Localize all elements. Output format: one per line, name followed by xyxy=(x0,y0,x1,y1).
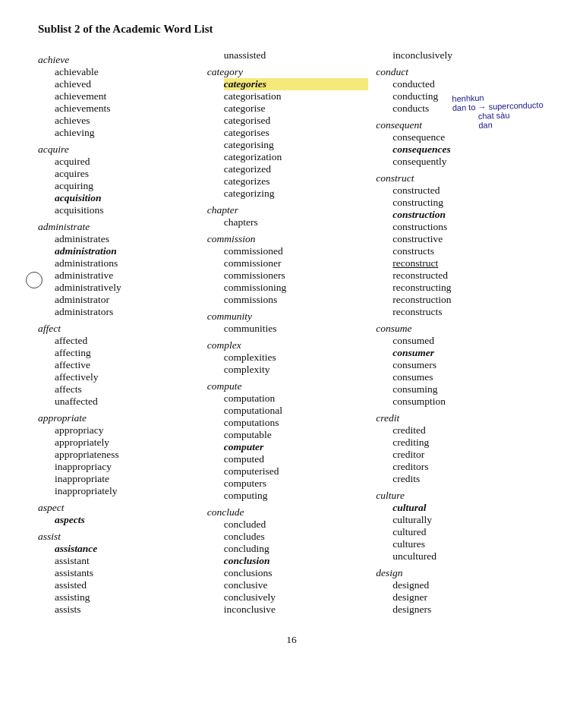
sub-word: conducts xyxy=(392,102,537,115)
sub-word: acquisition xyxy=(55,192,200,204)
root-word: conduct xyxy=(376,66,537,78)
sub-word: appropriateness xyxy=(55,449,200,461)
sub-word: communities xyxy=(224,323,369,335)
word-list-columns: achieveachievableachievedachievementachi… xyxy=(38,49,545,619)
sub-word: conclusive xyxy=(224,579,369,591)
root-word: affect xyxy=(38,323,200,335)
sub-word: cultures xyxy=(392,538,537,550)
sub-word: consequence xyxy=(392,131,537,143)
sub-word: categorizes xyxy=(224,175,369,188)
sub-word: crediting xyxy=(392,436,537,449)
sub-word: consumption xyxy=(392,396,537,408)
sub-word: aspects xyxy=(55,514,200,526)
root-word: acquire xyxy=(38,143,200,156)
sub-word: uncultured xyxy=(392,550,537,563)
sub-word: creditor xyxy=(392,449,537,461)
sub-word: consequently xyxy=(392,156,537,168)
word-group: inconclusively xyxy=(376,49,537,61)
root-word: construct xyxy=(376,172,537,184)
sub-word: concludes xyxy=(224,531,369,543)
sub-word: categorise xyxy=(224,102,369,115)
sub-word: conclusively xyxy=(224,591,369,604)
sub-word: assists xyxy=(55,604,200,616)
word-group: unassisted xyxy=(207,49,369,61)
word-group: appropriateappropriacyappropriatelyappro… xyxy=(38,412,200,497)
word-group: acquireacquiredacquiresacquiringacquisit… xyxy=(38,143,200,216)
sub-word: assisting xyxy=(55,591,200,604)
sub-word: categorizing xyxy=(224,188,369,200)
sub-word: affects xyxy=(55,383,200,396)
word-group: administrateadministratesadministrationa… xyxy=(38,221,200,318)
sub-word: constructs xyxy=(392,245,537,257)
sub-word: constructions xyxy=(392,221,537,233)
sub-word: appropriately xyxy=(55,436,200,449)
sub-word: reconstructing xyxy=(392,282,537,294)
sub-word: computerised xyxy=(224,465,369,477)
sub-word: chapters xyxy=(224,216,369,228)
sub-word: computations xyxy=(224,417,369,429)
word-group: chapterchapters xyxy=(207,204,369,228)
word-group: consequentconsequenceconsequencesconsequ… xyxy=(376,119,537,168)
page-title: Sublist 2 of the Academic Word List xyxy=(38,23,545,36)
root-word: consume xyxy=(376,323,537,335)
sub-word: acquiring xyxy=(55,180,200,192)
sub-word: designer xyxy=(392,591,537,604)
sub-word: designers xyxy=(392,604,537,616)
root-word: consequent xyxy=(376,119,537,131)
sub-word: assistant xyxy=(55,555,200,567)
sub-word: assisted xyxy=(55,579,200,591)
root-word: compute xyxy=(207,380,369,392)
word-group: complexcomplexitiescomplexity xyxy=(207,339,369,376)
sub-word: conclusion xyxy=(224,555,369,567)
sub-word: designed xyxy=(392,579,537,591)
sub-word: categorized xyxy=(224,163,369,175)
root-word: assist xyxy=(38,531,200,543)
sub-word: administrative xyxy=(55,269,200,282)
sub-word: administrations xyxy=(55,257,200,269)
sub-word: complexity xyxy=(224,364,369,376)
word-group: assistassistanceassistantassistantsassis… xyxy=(38,531,200,616)
word-group: aspectaspects xyxy=(38,502,200,526)
sub-word: reconstruction xyxy=(392,294,537,306)
sub-word: concluding xyxy=(224,543,369,555)
sub-word: conclusions xyxy=(224,567,369,579)
word-group: cultureculturalculturallyculturedculture… xyxy=(376,490,537,563)
root-word: inconclusively xyxy=(392,49,537,61)
word-group: designdesigneddesignerdesigners xyxy=(376,567,537,616)
root-word: credit xyxy=(376,412,537,424)
sub-word: cultural xyxy=(392,502,537,514)
sub-word: appropriacy xyxy=(55,424,200,436)
root-word: aspect xyxy=(38,502,200,514)
page-number: 16 xyxy=(38,634,545,646)
word-group: affectaffectedaffectingaffectiveaffectiv… xyxy=(38,323,200,408)
sub-word: computation xyxy=(224,392,369,405)
sub-word: credits xyxy=(392,473,537,485)
sub-word: achieving xyxy=(55,127,200,139)
sub-word: constructive xyxy=(392,233,537,245)
sub-word: categorises xyxy=(224,127,369,139)
sub-word: achieves xyxy=(55,115,200,127)
sub-word: categories xyxy=(224,78,369,90)
sub-word: achievable xyxy=(55,66,200,78)
sub-word: inappropriate xyxy=(55,473,200,485)
sub-word: culturally xyxy=(392,514,537,526)
root-word: conclude xyxy=(207,506,369,518)
sub-word: administratively xyxy=(55,282,200,294)
sub-word: constructing xyxy=(392,197,537,209)
sub-word: acquisitions xyxy=(55,204,200,216)
root-word: appropriate xyxy=(38,412,200,424)
sub-word: assistants xyxy=(55,567,200,579)
word-group: achieveachievableachievedachievementachi… xyxy=(38,54,200,139)
sub-word: consumer xyxy=(392,347,537,359)
sub-word: reconstructed xyxy=(392,269,537,282)
sub-word: affecting xyxy=(55,347,200,359)
sub-word: concluded xyxy=(224,518,369,531)
root-word: complex xyxy=(207,339,369,351)
sub-word: computational xyxy=(224,405,369,417)
sub-word: achieved xyxy=(55,78,200,90)
sub-word: categorising xyxy=(224,139,369,151)
sub-word: computers xyxy=(224,477,369,490)
root-word: community xyxy=(207,310,369,323)
sub-word: inappropriately xyxy=(55,485,200,497)
root-word: culture xyxy=(376,490,537,502)
